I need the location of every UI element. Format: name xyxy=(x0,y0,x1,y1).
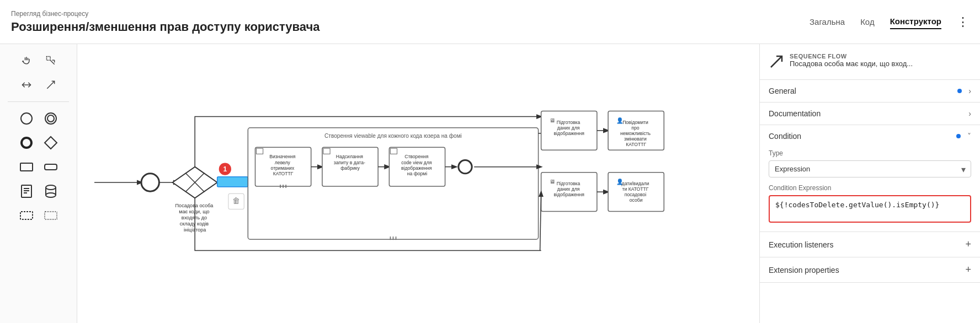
svg-rect-21 xyxy=(20,212,33,219)
header-nav: Загальна Код Конструктор ⋮ xyxy=(809,14,969,29)
documentation-section-right: › xyxy=(968,109,971,118)
general-chevron-icon: › xyxy=(968,87,971,95)
general-section-header[interactable]: General › xyxy=(760,80,980,102)
general-section-right: › xyxy=(957,87,971,95)
select-tool[interactable] xyxy=(41,51,61,71)
execution-listeners-section: Execution listeners + xyxy=(760,232,980,257)
seq-flow-arrow-icon xyxy=(769,54,784,73)
general-section-title: General xyxy=(769,87,796,95)
more-menu-button[interactable]: ⋮ xyxy=(957,15,969,29)
condition-section-header[interactable]: Condition ˅ xyxy=(760,125,980,147)
rect-dash-tool[interactable] xyxy=(17,206,36,225)
svg-line-72 xyxy=(540,192,541,250)
header: Перегляд бізнес-процесу Розширення/зменш… xyxy=(0,0,980,44)
documentation-chevron-icon: › xyxy=(968,109,971,118)
svg-point-24 xyxy=(141,174,159,191)
condition-chevron-icon: ˅ xyxy=(967,132,971,141)
svg-marker-10 xyxy=(45,137,57,149)
main-area: 1 Посадова особа має коди, що входять до… xyxy=(0,44,980,323)
svg-text:1: 1 xyxy=(223,165,227,173)
breadcrumb: Перегляд бізнес-процесу xyxy=(11,10,320,18)
svg-text:🖥: 🖥 xyxy=(550,179,555,185)
svg-point-6 xyxy=(21,113,32,124)
cylinder-tool[interactable] xyxy=(41,181,61,201)
condition-type-select[interactable]: Expression Script None xyxy=(769,160,971,177)
extension-properties-header[interactable]: Extension properties + xyxy=(760,257,980,282)
condition-section-right: ˅ xyxy=(956,132,971,141)
execution-listeners-right: + xyxy=(965,239,971,250)
general-section: General › xyxy=(760,80,980,103)
right-panel: SEQUENCE FLOW Посадова особа має коди, щ… xyxy=(759,44,980,323)
svg-text:🗑: 🗑 xyxy=(232,196,240,205)
extension-properties-title: Extension properties xyxy=(769,266,839,274)
extension-properties-right: + xyxy=(965,264,971,276)
execution-listeners-title: Execution listeners xyxy=(769,240,834,249)
condition-type-select-wrapper: Expression Script None xyxy=(769,160,971,177)
svg-point-50 xyxy=(459,160,472,173)
connection-tool[interactable] xyxy=(41,75,61,95)
svg-point-9 xyxy=(22,138,31,148)
documentation-section: Documentation › xyxy=(760,103,980,125)
seq-flow-info: SEQUENCE FLOW Посадова особа має коди, щ… xyxy=(790,53,913,68)
svg-text:Створення viewable для кожного: Створення viewable для кожного кода юзер… xyxy=(324,133,462,139)
extension-properties-add-icon[interactable]: + xyxy=(965,264,971,276)
svg-point-17 xyxy=(46,185,56,190)
nav-zagalna[interactable]: Загальна xyxy=(809,15,845,29)
rect-rounded-tool[interactable] xyxy=(41,157,61,177)
svg-rect-11 xyxy=(20,163,33,171)
svg-line-5 xyxy=(47,81,54,88)
toolbar xyxy=(0,44,77,323)
documentation-section-header[interactable]: Documentation › xyxy=(760,103,980,125)
nav-kod[interactable]: Код xyxy=(860,15,875,29)
condition-content: Type Expression Script None Condition Ex… xyxy=(760,149,980,232)
general-dot xyxy=(957,89,962,93)
svg-text:Підготовка
        даних для
 : Підготовка даних для відображення xyxy=(554,181,585,197)
condition-section-title: Condition xyxy=(769,132,801,141)
condition-dot xyxy=(956,134,961,138)
svg-rect-22 xyxy=(45,212,57,219)
svg-rect-0 xyxy=(46,57,50,61)
condition-expression-input[interactable] xyxy=(769,195,971,223)
svg-text:🖥: 🖥 xyxy=(550,117,555,123)
nav-konstruktor[interactable]: Конструктор xyxy=(890,14,941,29)
documentation-section-title: Documentation xyxy=(769,109,821,118)
svg-text:Визначення
        левелу
    : Визначення левелу отриманих КАТОТТГ xyxy=(269,154,297,176)
svg-point-20 xyxy=(46,193,56,197)
doc-tool[interactable] xyxy=(17,181,36,201)
diamond-tool[interactable] xyxy=(41,133,61,153)
move-tool[interactable] xyxy=(17,75,36,95)
svg-line-73 xyxy=(771,56,782,67)
seq-flow-name-label: Посадова особа має коди, що вход... xyxy=(790,60,913,68)
bpmn-canvas[interactable]: 1 Посадова особа має коди, що входять до… xyxy=(77,44,759,323)
svg-rect-12 xyxy=(45,164,57,170)
hand-tool[interactable] xyxy=(17,51,36,71)
page-title: Розширення/зменшення прав доступу корист… xyxy=(11,20,320,34)
extension-properties-section: Extension properties + xyxy=(760,257,980,283)
rect-tool[interactable] xyxy=(17,157,36,177)
seq-flow-type-label: SEQUENCE FLOW xyxy=(790,53,913,60)
condition-expr-label: Condition Expression xyxy=(769,184,971,192)
svg-rect-29 xyxy=(217,177,248,187)
execution-listeners-add-icon[interactable]: + xyxy=(965,239,971,250)
svg-text:Підготовка
        даних для
 : Підготовка даних для відображення xyxy=(554,120,585,136)
circle-outline-tool[interactable] xyxy=(41,109,61,128)
header-left: Перегляд бізнес-процесу Розширення/зменш… xyxy=(11,10,320,34)
condition-type-label: Type xyxy=(769,149,971,157)
svg-line-1 xyxy=(50,60,55,64)
svg-point-8 xyxy=(47,115,54,122)
circle-thick-tool[interactable] xyxy=(17,133,36,153)
circle-tool[interactable] xyxy=(17,109,36,128)
condition-section: Condition ˅ Type Expression Script None … xyxy=(760,125,980,232)
seq-flow-header: SEQUENCE FLOW Посадова особа має коди, щ… xyxy=(760,44,980,80)
execution-listeners-header[interactable]: Execution listeners + xyxy=(760,232,980,257)
rect-dotted-tool[interactable] xyxy=(41,206,61,225)
